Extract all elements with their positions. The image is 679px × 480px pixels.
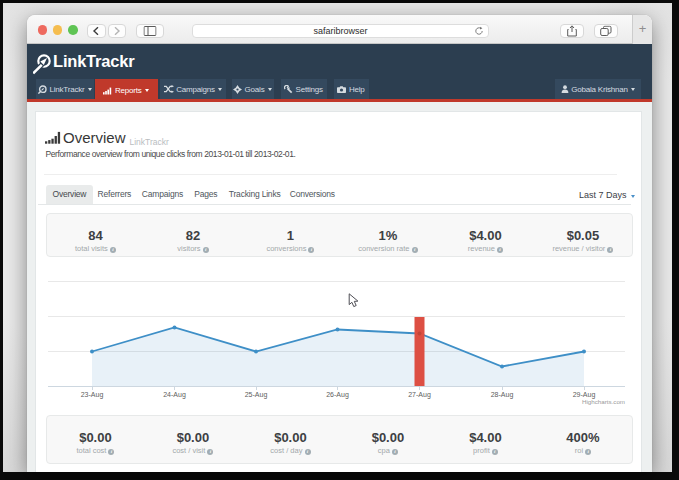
svg-text:Highcharts.com: Highcharts.com xyxy=(582,398,625,405)
svg-text:26-Aug: 26-Aug xyxy=(326,391,349,399)
svg-text:25-Aug: 25-Aug xyxy=(245,391,268,399)
svg-text:27-Aug: 27-Aug xyxy=(408,391,431,399)
svg-text:23-Aug: 23-Aug xyxy=(81,391,104,399)
svg-text:28-Aug: 28-Aug xyxy=(491,391,514,399)
svg-text:24-Aug: 24-Aug xyxy=(163,391,186,399)
